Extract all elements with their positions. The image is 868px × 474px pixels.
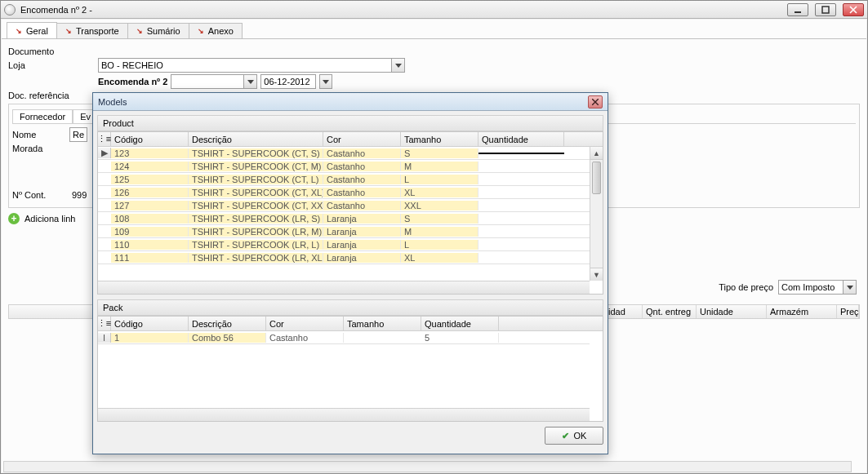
cell-cor[interactable]: Laranja xyxy=(323,253,401,263)
cell-descricao[interactable]: TSHIRT - SUPERCOOK (LR, L) xyxy=(189,240,323,250)
date-field[interactable]: 06-12-2012 xyxy=(260,74,316,89)
tab-geral[interactable]: ↘Geral xyxy=(7,22,57,38)
scroll-thumb[interactable] xyxy=(592,162,601,194)
pack-grid[interactable]: ⋮≡ Código Descrição Cor Tamanho Quantida… xyxy=(97,316,603,422)
product-grid[interactable]: ⋮≡ Código Descrição Cor Tamanho Quantida… xyxy=(97,131,603,295)
cell-tamanho[interactable]: XL xyxy=(401,253,479,263)
cell-tamanho[interactable]: XXL xyxy=(401,201,479,210)
col-tamanho[interactable]: Tamanho xyxy=(344,317,421,330)
cell-cor[interactable]: Laranja xyxy=(323,227,401,237)
cell-codigo[interactable]: 1 xyxy=(111,333,189,343)
cell-descricao[interactable]: TSHIRT - SUPERCOOK (LR, XL) xyxy=(189,253,323,263)
cell-descricao[interactable]: TSHIRT - SUPERCOOK (CT, M) xyxy=(189,162,323,171)
cell-tamanho[interactable]: M xyxy=(401,162,479,171)
cell-descricao[interactable]: Combo 56 xyxy=(189,333,266,343)
window-titlebar[interactable]: Encomenda nº 2 - xyxy=(1,1,867,19)
table-row[interactable]: 127TSHIRT - SUPERCOOK (CT, XXL)CastanhoX… xyxy=(98,199,590,212)
dropdown-icon[interactable] xyxy=(844,280,857,295)
tab-anexo[interactable]: ↘Anexo xyxy=(189,23,243,38)
table-row[interactable]: I1Combo 56Castanho5 xyxy=(98,331,590,344)
subtab-fornecedor[interactable]: Fornecedor xyxy=(12,109,73,123)
cell-cor[interactable]: Castanho xyxy=(323,148,401,158)
close-button[interactable] xyxy=(843,3,864,16)
cell-codigo[interactable]: 123 xyxy=(111,148,189,158)
col-preco[interactable]: Preço xyxy=(837,305,859,318)
col-quantidade[interactable]: Quantidade xyxy=(421,317,499,330)
col-qnt-entreg[interactable]: Qnt. entreg xyxy=(643,305,697,318)
encomenda-combo[interactable] xyxy=(171,74,257,89)
calendar-icon[interactable] xyxy=(319,74,332,89)
grid-horizontal-scrollbar[interactable] xyxy=(98,281,590,294)
cell-codigo[interactable]: 111 xyxy=(111,253,189,263)
table-row[interactable]: 124TSHIRT - SUPERCOOK (CT, M)CastanhoM xyxy=(98,160,590,173)
cell-descricao[interactable]: TSHIRT - SUPERCOOK (CT, XXL) xyxy=(189,201,323,210)
cell-descricao[interactable]: TSHIRT - SUPERCOOK (LR, S) xyxy=(189,214,323,224)
cell-cor[interactable]: Castanho xyxy=(323,201,401,210)
cell-codigo[interactable]: 108 xyxy=(111,214,189,224)
table-row[interactable]: 109TSHIRT - SUPERCOOK (LR, M)LaranjaM xyxy=(98,225,590,238)
table-row[interactable]: 108TSHIRT - SUPERCOOK (LR, S)LaranjaS xyxy=(98,212,590,225)
row-indicator[interactable]: I xyxy=(98,333,111,343)
cell-cor[interactable]: Castanho xyxy=(323,188,401,197)
cell-codigo[interactable]: 125 xyxy=(111,175,189,184)
table-row[interactable]: 110TSHIRT - SUPERCOOK (LR, L)LaranjaL xyxy=(98,238,590,251)
cell-codigo[interactable]: 110 xyxy=(111,240,189,250)
dropdown-icon[interactable] xyxy=(244,74,257,89)
cell-descricao[interactable]: TSHIRT - SUPERCOOK (CT, L) xyxy=(189,175,323,184)
grid-row-selector-header[interactable]: ⋮≡ xyxy=(98,132,111,146)
cell-cor[interactable]: Castanho xyxy=(323,175,401,184)
col-descricao[interactable]: Descrição xyxy=(189,132,323,146)
cell-descricao[interactable]: TSHIRT - SUPERCOOK (LR, M) xyxy=(189,227,323,237)
horizontal-scrollbar[interactable] xyxy=(3,461,852,472)
cell-quantidade[interactable] xyxy=(479,153,564,154)
grid-vertical-scrollbar[interactable]: ▲ ▼ xyxy=(590,147,603,281)
cell-codigo[interactable]: 124 xyxy=(111,162,189,171)
loja-combo[interactable]: BO - RECHEIO xyxy=(98,58,405,73)
table-row[interactable]: 125TSHIRT - SUPERCOOK (CT, L)CastanhoL xyxy=(98,173,590,186)
col-descricao[interactable]: Descrição xyxy=(189,317,266,330)
cell-cor[interactable]: Laranja xyxy=(323,240,401,250)
dialog-titlebar[interactable]: Models xyxy=(93,93,608,111)
cell-cor[interactable]: Castanho xyxy=(323,162,401,171)
tipo-preco-combo[interactable]: Com Imposto xyxy=(778,280,857,295)
col-codigo[interactable]: Código xyxy=(111,132,189,146)
maximize-button[interactable] xyxy=(815,3,836,16)
scroll-up-icon[interactable]: ▲ xyxy=(590,147,603,160)
cell-cor[interactable]: Castanho xyxy=(266,333,344,343)
nome-field[interactable]: Re xyxy=(69,127,87,142)
cell-tamanho[interactable]: S xyxy=(401,148,479,158)
dialog-close-button[interactable] xyxy=(588,95,603,109)
cell-tamanho[interactable]: S xyxy=(401,214,479,224)
cell-codigo[interactable]: 109 xyxy=(111,227,189,237)
col-cor[interactable]: Cor xyxy=(266,317,344,330)
cell-codigo[interactable]: 126 xyxy=(111,188,189,197)
minimize-button[interactable] xyxy=(787,3,808,16)
tab-transporte[interactable]: ↘Transporte xyxy=(56,23,128,38)
row-indicator[interactable]: ▶ xyxy=(98,148,111,158)
cell-tamanho[interactable]: M xyxy=(401,227,479,237)
col-unidade[interactable]: Unidade xyxy=(697,305,767,318)
col-codigo[interactable]: Código xyxy=(111,317,189,330)
cell-codigo[interactable]: 127 xyxy=(111,201,189,210)
table-row[interactable]: 111TSHIRT - SUPERCOOK (LR, XL)LaranjaXL xyxy=(98,251,590,264)
col-cor[interactable]: Cor xyxy=(323,132,401,146)
dropdown-icon[interactable] xyxy=(392,58,405,73)
col-tamanho[interactable]: Tamanho xyxy=(401,132,479,146)
cell-cor[interactable]: Laranja xyxy=(323,214,401,224)
table-row[interactable]: 126TSHIRT - SUPERCOOK (CT, XL)CastanhoXL xyxy=(98,186,590,199)
cell-descricao[interactable]: TSHIRT - SUPERCOOK (CT, XL) xyxy=(189,188,323,197)
cell-descricao[interactable]: TSHIRT - SUPERCOOK (CT, S) xyxy=(189,148,323,158)
ok-button[interactable]: ✔ OK xyxy=(545,427,603,445)
cell-tamanho[interactable]: XL xyxy=(401,188,479,197)
cell-tamanho[interactable]: L xyxy=(401,175,479,184)
scroll-down-icon[interactable]: ▼ xyxy=(590,268,603,281)
col-armazem[interactable]: Armazém xyxy=(767,305,837,318)
grid-row-selector-header[interactable]: ⋮≡ xyxy=(98,317,111,330)
col-quantidade[interactable]: Quantidade xyxy=(479,132,564,146)
col-idad[interactable]: idad xyxy=(605,305,643,318)
grid-horizontal-scrollbar[interactable] xyxy=(98,408,590,421)
cell-tamanho[interactable]: L xyxy=(401,240,479,250)
tab-sumario[interactable]: ↘Sumário xyxy=(127,23,189,38)
cell-quantidade[interactable]: 5 xyxy=(421,333,499,343)
add-line-icon[interactable]: + xyxy=(8,213,20,224)
